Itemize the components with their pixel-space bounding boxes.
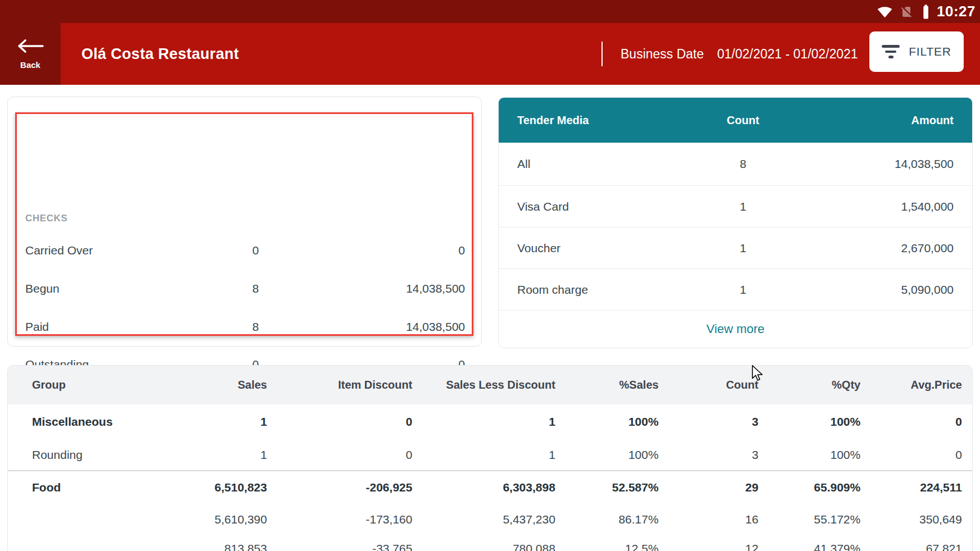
pct-sales-cell: 52.587% — [560, 481, 663, 494]
tender-count: 1 — [709, 186, 777, 227]
sales-cell: 813,853 — [193, 542, 272, 551]
tender-amount: 5,090,000 — [901, 269, 954, 310]
tender-row-visa-card[interactable]: Visa Card 1 1,540,000 — [499, 186, 972, 227]
sales-cell: 1 — [193, 415, 272, 429]
battery-icon — [920, 4, 929, 19]
back-arrow-icon — [17, 39, 44, 56]
group-cell: Rounding — [8, 448, 193, 462]
item-discount-cell: -206,925 — [271, 481, 417, 494]
pct-qty-cell: 41.379% — [763, 542, 865, 551]
checks-row-amount: 14,038,500 — [319, 281, 465, 296]
filter-icon — [882, 45, 900, 58]
pct-qty-cell: 100% — [763, 448, 865, 462]
tender-name: Room charge — [517, 269, 588, 310]
sales-less-discount-cell: 1 — [417, 415, 560, 429]
sales-cell: 6,510,823 — [193, 481, 272, 494]
checks-row-count: 8 — [169, 320, 259, 334]
checks-row-carried-over: Carried Over 0 0 — [8, 243, 482, 258]
status-bar: 10:27 — [0, 0, 980, 23]
tender-media-header: Tender Media Count Amount — [499, 98, 972, 143]
tender-name: All — [517, 143, 530, 185]
checks-card: CHECKS Carried Over 0 0 Begun 8 14,038,5… — [7, 97, 482, 347]
checks-row-label: Paid — [25, 320, 49, 334]
sales-group-table: Group Sales Item Discount Sales Less Dis… — [7, 365, 973, 551]
checks-row-begun: Begun 8 14,038,500 — [8, 281, 482, 296]
appbar-divider — [601, 42, 603, 66]
tender-count: 1 — [709, 269, 777, 310]
count-cell: 29 — [663, 481, 763, 494]
count-cell: 16 — [663, 513, 763, 526]
checks-row-count: 8 — [169, 281, 259, 296]
filter-button[interactable]: FILTER — [869, 31, 964, 72]
col-header-avg-price: Avg.Price — [865, 379, 972, 391]
avg-price-cell: 350,649 — [865, 513, 972, 526]
checks-row-count: 0 — [169, 243, 259, 258]
tender-amount: 14,038,500 — [895, 143, 954, 185]
pct-sales-cell: 100% — [560, 415, 663, 429]
tender-count-header-label: Count — [709, 98, 777, 143]
checks-section-title: CHECKS — [25, 213, 67, 224]
table-row-miscellaneous[interactable]: Miscellaneous 1 0 1 100% 3 100% 0 — [8, 404, 972, 439]
table-row-food-sub-1[interactable]: 5,610,390 -173,160 5,437,230 86.17% 16 5… — [8, 503, 972, 535]
count-cell: 3 — [663, 448, 763, 462]
page-title: Olá Costa Restaurant — [81, 23, 239, 85]
tender-count: 8 — [709, 143, 777, 185]
status-time: 10:27 — [937, 3, 976, 20]
view-more-link[interactable]: View more — [706, 322, 765, 336]
sales-less-discount-cell: 780,088 — [417, 542, 560, 551]
table-row-food[interactable]: Food 6,510,823 -206,925 6,303,898 52.587… — [8, 470, 972, 503]
table-row-rounding[interactable]: Rounding 1 0 1 100% 3 100% 0 — [8, 439, 972, 470]
tender-row-voucher[interactable]: Voucher 1 2,670,000 — [499, 227, 972, 269]
sales-cell: 5,610,390 — [193, 513, 272, 526]
col-header-pct-sales: %Sales — [560, 379, 663, 391]
col-header-item-discount: Item Discount — [271, 379, 417, 391]
sales-less-discount-cell: 6,303,898 — [417, 481, 560, 494]
pct-qty-cell: 100% — [763, 415, 865, 429]
checks-row-label: Begun — [25, 281, 60, 296]
tender-amount: 2,670,000 — [901, 227, 954, 268]
checks-row-amount: 14,038,500 — [319, 320, 465, 334]
group-cell: Miscellaneous — [8, 415, 193, 429]
col-header-sales: Sales — [193, 379, 272, 391]
sales-cell: 1 — [193, 448, 272, 462]
wifi-icon — [877, 6, 892, 18]
tender-media-card: Tender Media Count Amount All 8 14,038,5… — [498, 97, 973, 348]
view-more-row[interactable]: View more — [499, 311, 972, 348]
pct-sales-cell: 86.17% — [560, 513, 663, 526]
pct-sales-cell: 12.5% — [560, 542, 663, 551]
avg-price-cell: 0 — [865, 448, 972, 462]
avg-price-cell: 67,821 — [865, 542, 972, 551]
group-cell: Food — [8, 481, 193, 494]
item-discount-cell: 0 — [271, 448, 417, 462]
count-cell: 12 — [663, 542, 763, 551]
tender-media-header-label: Tender Media — [517, 98, 589, 143]
back-label: Back — [20, 60, 40, 70]
tender-count: 1 — [709, 227, 777, 268]
business-date-label: Business Date — [621, 23, 704, 85]
tender-row-all[interactable]: All 8 14,038,500 — [499, 143, 972, 186]
sales-less-discount-cell: 5,437,230 — [417, 513, 560, 526]
item-discount-cell: 0 — [271, 415, 417, 429]
tender-name: Voucher — [517, 227, 560, 268]
checks-row-paid: Paid 8 14,038,500 — [8, 320, 482, 334]
col-header-pct-qty: %Qty — [763, 379, 865, 391]
sales-table-header: Group Sales Item Discount Sales Less Dis… — [8, 366, 972, 404]
filter-label: FILTER — [909, 45, 951, 58]
table-row-food-sub-2[interactable]: 813,853 -33,765 780,088 12.5% 12 41.379%… — [8, 535, 972, 551]
pct-qty-cell: 55.172% — [763, 513, 865, 526]
back-button[interactable]: Back — [0, 23, 61, 85]
pct-qty-cell: 65.909% — [763, 481, 865, 494]
pct-sales-cell: 100% — [560, 448, 663, 462]
no-sim-icon — [900, 5, 913, 19]
business-date-value[interactable]: 01/02/2021 - 01/02/2021 — [717, 23, 858, 85]
avg-price-cell: 224,511 — [865, 481, 972, 494]
sales-less-discount-cell: 1 — [417, 448, 560, 462]
app-bar: Back Olá Costa Restaurant Business Date … — [0, 23, 980, 85]
col-header-group: Group — [8, 379, 193, 391]
tender-name: Visa Card — [517, 186, 569, 227]
tender-row-room-charge[interactable]: Room charge 1 5,090,000 — [499, 269, 972, 311]
col-header-count: Count — [663, 379, 763, 391]
tender-amount-header-label: Amount — [911, 98, 954, 143]
avg-price-cell: 0 — [865, 415, 972, 429]
checks-row-amount: 0 — [319, 243, 465, 258]
